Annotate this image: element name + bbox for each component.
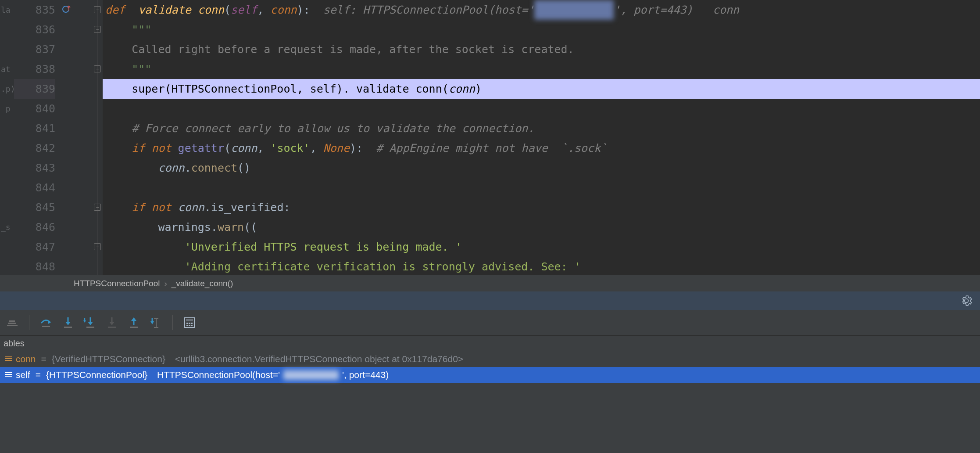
- svg-rect-8: [130, 327, 138, 328]
- execution-line[interactable]: super(HTTPSConnectionPool, self)._valida…: [103, 79, 980, 99]
- gear-icon[interactable]: [961, 295, 972, 306]
- attr-access: .is_verified:: [204, 201, 290, 214]
- code-line[interactable]: if not conn.is_verified:: [103, 198, 980, 217]
- builtin-getattr: getattr: [178, 142, 224, 155]
- line-number[interactable]: 840: [14, 99, 55, 119]
- variable-icon: [5, 356, 12, 362]
- margin-label: [0, 119, 14, 138]
- code-line[interactable]: conn.connect(): [103, 158, 980, 178]
- line-number[interactable]: 848: [14, 257, 55, 277]
- left-ruler-margin: la at .p) _p _s: [0, 0, 14, 275]
- breadcrumb-method[interactable]: _validate_conn(): [172, 279, 233, 288]
- line-number[interactable]: 842: [14, 138, 55, 158]
- variable-name: self: [16, 370, 30, 380]
- code-line[interactable]: Called right before a request is made, a…: [103, 40, 980, 59]
- code-line[interactable]: warnings.warn((: [103, 217, 980, 237]
- breadcrumb-separator-icon: ›: [164, 279, 167, 288]
- svg-rect-9: [156, 319, 157, 327]
- gutter-icon-column: [61, 0, 93, 275]
- line-number[interactable]: 841: [14, 119, 55, 138]
- breadcrumb-class[interactable]: HTTPSConnectionPool: [74, 279, 160, 288]
- inlay-hint: self:: [310, 4, 363, 16]
- show-execution-point-icon[interactable]: [3, 313, 22, 332]
- var-conn: conn: [158, 162, 184, 174]
- self-ref: self: [310, 83, 336, 95]
- svg-rect-19: [191, 325, 193, 326]
- punct: ).: [336, 83, 350, 95]
- toolbar-separator: [29, 315, 29, 330]
- svg-rect-5: [64, 327, 72, 328]
- method-call: _validate_conn: [350, 83, 442, 95]
- code-line[interactable]: # Force connect early to allow us to val…: [103, 119, 980, 138]
- fold-marker-icon[interactable]: −: [94, 6, 101, 13]
- docstring-quote: """: [132, 63, 151, 76]
- code-line[interactable]: 'Unverified HTTPS request is being made.…: [103, 237, 980, 257]
- variable-name: conn: [16, 354, 36, 364]
- punct: ,: [257, 4, 270, 16]
- line-number[interactable]: 846: [14, 217, 55, 237]
- variable-row[interactable]: conn={VerifiedHTTPSConnection} <urllib3.…: [0, 351, 980, 367]
- step-into-my-code-icon[interactable]: [80, 313, 100, 332]
- variable-value: <urllib3.connection.VerifiedHTTPSConnect…: [175, 354, 463, 364]
- comment: # AppEngine might not have `.sock`: [363, 142, 607, 155]
- fold-marker-icon[interactable]: −: [94, 26, 101, 33]
- step-out-icon[interactable]: [124, 313, 143, 332]
- line-number[interactable]: 845: [14, 198, 55, 217]
- line-number[interactable]: 844: [14, 178, 55, 198]
- punct: ):: [350, 142, 363, 155]
- variable-row[interactable]: self={HTTPSConnectionPool} HTTPSConnecti…: [0, 367, 980, 383]
- step-into-icon[interactable]: [58, 313, 78, 332]
- code-editor[interactable]: def _validate_conn(self, conn): self: HT…: [103, 0, 980, 275]
- line-number[interactable]: 847: [14, 237, 55, 257]
- function-name: _validate_conn: [132, 4, 224, 16]
- line-number[interactable]: 839: [14, 79, 55, 99]
- fold-marker-icon[interactable]: −: [94, 204, 101, 211]
- svg-rect-13: [186, 319, 193, 321]
- code-line[interactable]: [103, 99, 980, 119]
- svg-rect-3: [9, 320, 15, 322]
- override-method-icon[interactable]: [62, 4, 72, 14]
- code-line[interactable]: def _validate_conn(self, conn): self: HT…: [103, 0, 980, 20]
- line-number[interactable]: 843: [14, 158, 55, 178]
- fold-marker-icon[interactable]: −: [94, 65, 101, 72]
- code-line[interactable]: if not getattr(conn, 'sock', None): # Ap…: [103, 138, 980, 158]
- punct: (: [165, 83, 171, 95]
- fold-marker-icon[interactable]: −: [94, 243, 101, 250]
- punct: ,: [257, 142, 270, 155]
- equals-sign: =: [36, 370, 41, 380]
- punct: .: [185, 162, 191, 174]
- punct: (: [224, 4, 231, 16]
- run-to-cursor-icon[interactable]: [146, 313, 165, 332]
- variable-type: {HTTPSConnectionPool}: [46, 370, 147, 380]
- builtin-super: super: [132, 83, 165, 95]
- line-number[interactable]: 835: [14, 0, 55, 20]
- variables-header-label: ables: [4, 338, 25, 349]
- keyword-not: not: [151, 201, 178, 214]
- comment: # Force connect early to allow us to val…: [132, 122, 534, 135]
- code-line[interactable]: """: [103, 20, 980, 40]
- step-over-icon[interactable]: [36, 313, 56, 332]
- evaluate-expression-icon[interactable]: [180, 313, 199, 332]
- inlay-hint: HTTPSConnectionPool(host=': [363, 4, 534, 16]
- line-number[interactable]: 836: [14, 20, 55, 40]
- punct: ,: [297, 83, 310, 95]
- breadcrumb-bar: HTTPSConnectionPool › _validate_conn(): [0, 275, 980, 291]
- margin-label: [0, 20, 14, 40]
- svg-rect-18: [189, 325, 190, 326]
- margin-label: .p): [0, 79, 14, 99]
- svg-rect-14: [186, 323, 188, 324]
- code-line[interactable]: """: [103, 59, 980, 79]
- force-step-into-icon[interactable]: [102, 313, 122, 332]
- code-line[interactable]: [103, 178, 980, 198]
- code-line[interactable]: 'Adding certificate verification is stro…: [103, 257, 980, 275]
- line-number[interactable]: 838: [14, 59, 55, 79]
- variables-panel-header[interactable]: ables: [0, 335, 980, 351]
- equals-sign: =: [41, 354, 46, 364]
- string-literal: 'Unverified HTTPS request is being made.…: [185, 241, 462, 253]
- svg-rect-4: [42, 326, 50, 327]
- line-number[interactable]: 837: [14, 40, 55, 59]
- svg-rect-1: [7, 325, 18, 326]
- editor-area: la at .p) _p _s 835 836 837 838 839 840 …: [0, 0, 980, 275]
- string-literal: 'Adding certificate verification is stro…: [185, 260, 581, 273]
- line-number-gutter[interactable]: 835 836 837 838 839 840 841 842 843 844 …: [14, 0, 61, 275]
